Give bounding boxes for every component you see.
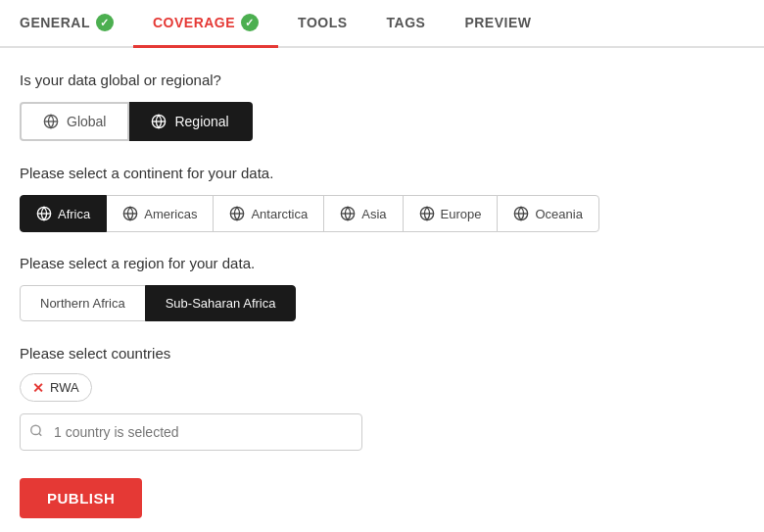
- tab-coverage[interactable]: COVERAGE ✓: [133, 0, 278, 48]
- country-search-container: [20, 413, 362, 451]
- nav-tabs: GENERAL ✓ COVERAGE ✓ TOOLS TAGS PREVIEW: [0, 0, 764, 48]
- northern-africa-label: Northern Africa: [40, 296, 125, 311]
- tab-coverage-label: COVERAGE: [153, 15, 235, 30]
- rwa-label: RWA: [50, 380, 79, 395]
- europe-globe-icon: [419, 206, 435, 221]
- sub-saharan-label: Sub-Saharan Africa: [166, 296, 276, 311]
- svg-point-16: [31, 425, 40, 434]
- asia-globe-icon: [340, 206, 356, 221]
- regional-globe-icon: [151, 114, 167, 129]
- globe-icon: [43, 114, 59, 129]
- country-tag-rwa[interactable]: ✕ RWA: [20, 373, 92, 402]
- africa-globe-icon: [36, 206, 52, 221]
- global-button[interactable]: Global: [20, 102, 129, 141]
- region-northern-africa[interactable]: Northern Africa: [20, 285, 146, 321]
- publish-button[interactable]: PUBLISH: [20, 478, 142, 518]
- country-search-input[interactable]: [20, 413, 362, 451]
- tab-tools-label: TOOLS: [298, 15, 347, 30]
- continent-asia[interactable]: Asia: [323, 195, 403, 232]
- remove-rwa-icon[interactable]: ✕: [32, 381, 44, 395]
- asia-label: Asia: [361, 207, 386, 221]
- continent-africa[interactable]: Africa: [20, 195, 107, 232]
- tab-general[interactable]: GENERAL ✓: [0, 0, 133, 48]
- publish-label: PUBLISH: [47, 490, 115, 507]
- regional-button[interactable]: Regional: [129, 102, 252, 141]
- antarctica-globe-icon: [229, 206, 245, 221]
- europe-label: Europe: [441, 207, 482, 221]
- main-content: Is your data global or regional? Global …: [0, 48, 764, 532]
- general-check-icon: ✓: [96, 14, 114, 31]
- americas-label: Americas: [144, 207, 197, 221]
- africa-label: Africa: [58, 207, 90, 221]
- continent-group: Africa Americas Antarctica As: [20, 195, 744, 231]
- regional-label: Regional: [174, 114, 228, 129]
- oceania-label: Oceania: [535, 207, 582, 221]
- antarctica-label: Antarctica: [251, 207, 308, 221]
- continent-oceania[interactable]: Oceania: [497, 195, 598, 232]
- global-label: Global: [67, 114, 106, 129]
- continent-americas[interactable]: Americas: [106, 195, 214, 232]
- continent-question: Please select a continent for your data.: [20, 165, 744, 181]
- tab-general-label: GENERAL: [20, 15, 90, 30]
- coverage-check-icon: ✓: [241, 14, 259, 31]
- global-regional-toggle: Global Regional: [20, 102, 744, 141]
- tab-preview[interactable]: PREVIEW: [445, 0, 550, 48]
- continent-antarctica[interactable]: Antarctica: [213, 195, 324, 232]
- tab-tools[interactable]: TOOLS: [278, 0, 366, 48]
- continent-europe[interactable]: Europe: [403, 195, 499, 232]
- countries-label: Please select countries: [20, 345, 744, 362]
- region-sub-saharan-africa[interactable]: Sub-Saharan Africa: [145, 285, 297, 321]
- region-group: Northern Africa Sub-Saharan Africa: [20, 285, 744, 321]
- selected-countries-list: ✕ RWA: [20, 373, 744, 402]
- oceania-globe-icon: [513, 206, 529, 221]
- svg-line-17: [39, 433, 42, 436]
- tab-tags[interactable]: TAGS: [367, 0, 446, 48]
- region-question: Please select a region for your data.: [20, 255, 744, 271]
- americas-globe-icon: [122, 206, 138, 221]
- global-regional-question: Is your data global or regional?: [20, 72, 744, 88]
- tab-tags-label: TAGS: [387, 15, 426, 30]
- tab-preview-label: PREVIEW: [464, 15, 531, 30]
- search-icon: [29, 424, 43, 441]
